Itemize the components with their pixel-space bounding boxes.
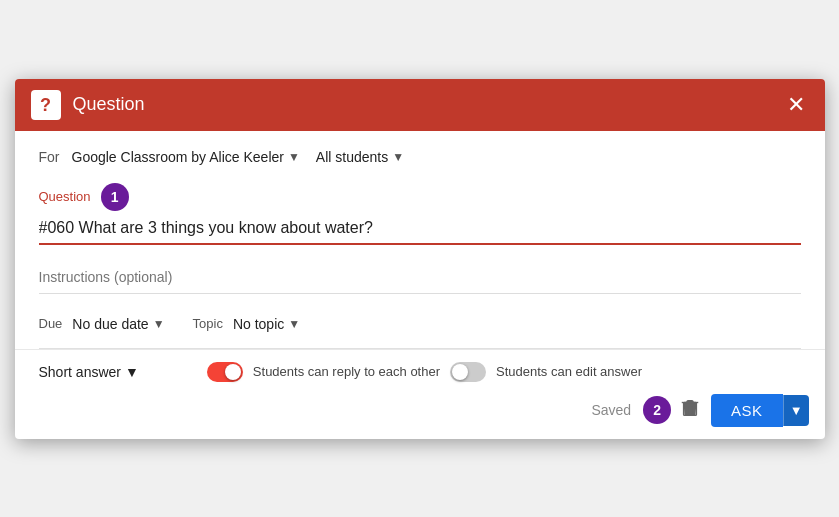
due-topic-row: Due No due date ▼ Topic No topic ▼ — [39, 304, 801, 349]
dialog-body: For Google Classroom by Alice Keeler ▼ A… — [15, 131, 825, 349]
step-badge-1: 1 — [101, 183, 129, 211]
topic-dropdown-arrow: ▼ — [288, 317, 300, 331]
attach-icons — [31, 399, 73, 422]
question-label: Question — [39, 189, 91, 204]
saved-label: Saved — [591, 402, 631, 418]
class-name: Google Classroom by Alice Keeler — [72, 149, 284, 165]
edit-toggle[interactable] — [450, 362, 486, 382]
for-label: For — [39, 149, 60, 165]
question-dialog: ? Question ✕ For Google Classroom by Ali… — [15, 79, 825, 439]
ask-dropdown-button[interactable]: ▼ — [783, 395, 809, 426]
topic-dropdown[interactable]: No topic ▼ — [229, 314, 304, 334]
due-section: Due No due date ▼ — [39, 314, 169, 334]
toggle-area: Students can reply to each other Student… — [207, 362, 642, 382]
due-label: Due — [39, 316, 63, 331]
students-dropdown-arrow: ▼ — [392, 150, 404, 164]
header-icon-box: ? — [31, 90, 61, 120]
answer-type-label: Short answer — [39, 364, 121, 380]
due-value: No due date — [72, 316, 148, 332]
question-input[interactable] — [39, 215, 801, 245]
class-dropdown-arrow: ▼ — [288, 150, 300, 164]
class-dropdown[interactable]: Google Classroom by Alice Keeler ▼ — [68, 147, 304, 167]
reply-toggle-label: Students can reply to each other — [253, 364, 440, 379]
ask-button[interactable]: ASK — [711, 394, 783, 427]
dialog-title: Question — [73, 94, 783, 115]
ask-dropdown-arrow: ▼ — [790, 403, 803, 418]
topic-value: No topic — [233, 316, 284, 332]
ask-button-group: ASK ▼ — [711, 394, 808, 427]
answer-type-arrow: ▼ — [125, 364, 139, 380]
students-value: All students — [316, 149, 388, 165]
answer-type-dropdown[interactable]: Short answer ▼ — [31, 360, 147, 384]
topic-label: Topic — [193, 316, 223, 331]
dialog-header: ? Question ✕ — [15, 79, 825, 131]
students-dropdown[interactable]: All students ▼ — [312, 147, 408, 167]
close-button[interactable]: ✕ — [783, 90, 809, 120]
for-row: For Google Classroom by Alice Keeler ▼ A… — [39, 147, 801, 167]
footer-controls-row: Short answer ▼ Students can reply to eac… — [31, 360, 809, 384]
question-section: Question 1 — [39, 183, 801, 245]
due-dropdown[interactable]: No due date ▼ — [68, 314, 168, 334]
edit-toggle-label: Students can edit answer — [496, 364, 642, 379]
delete-button[interactable] — [679, 397, 701, 424]
topic-section: Topic No topic ▼ — [193, 314, 305, 334]
step-badge-2: 2 — [643, 396, 671, 424]
question-label-row: Question 1 — [39, 183, 801, 211]
instructions-input[interactable] — [39, 259, 801, 294]
reply-toggle[interactable] — [207, 362, 243, 382]
due-dropdown-arrow: ▼ — [153, 317, 165, 331]
dialog-footer: Short answer ▼ Students can reply to eac… — [15, 349, 825, 439]
footer-actions-row: Saved 2 ASK ▼ — [31, 394, 809, 427]
question-mark-icon: ? — [40, 96, 51, 114]
